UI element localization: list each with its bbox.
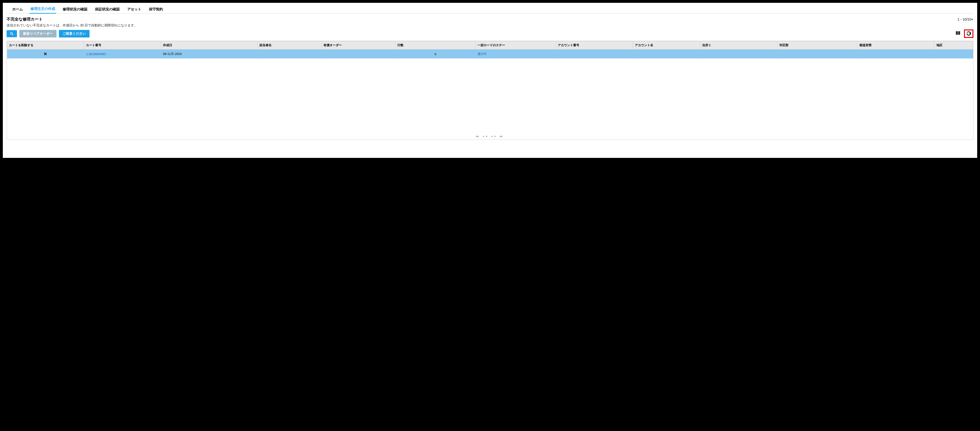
cell-city bbox=[777, 49, 858, 59]
app-window: ホーム 修理注文の作成 修理状況の確認 保証状況の確認 アセット 保守契約 不完… bbox=[3, 3, 977, 158]
col-header-addr1[interactable]: 住所１ bbox=[700, 41, 777, 49]
cart-table: カートを削除する カート番号 作成日 担当者名 有償オーダー 行数 一括ロードの… bbox=[7, 41, 973, 59]
cell-acctnm bbox=[633, 49, 700, 59]
search-button[interactable] bbox=[6, 30, 17, 37]
bulk-status-link[interactable]: 進行中 bbox=[477, 52, 487, 56]
col-header-contact[interactable]: 担当者名 bbox=[257, 41, 321, 49]
cell-bulk: 進行中 bbox=[476, 49, 556, 59]
col-header-bulk[interactable]: 一括ロードのステー bbox=[476, 41, 556, 49]
refresh-button-highlighted[interactable] bbox=[964, 29, 974, 38]
col-header-acctnm[interactable]: アカウント名 bbox=[633, 41, 700, 49]
col-header-cartno[interactable]: カート番号 bbox=[84, 41, 161, 49]
tab-repair-status[interactable]: 修理状況の確認 bbox=[62, 6, 88, 13]
cell-created: 08-11月-2024 bbox=[161, 49, 257, 59]
tab-service-contract[interactable]: 保守契約 bbox=[148, 6, 164, 13]
svg-rect-4 bbox=[959, 31, 960, 35]
svg-line-1 bbox=[12, 34, 13, 35]
new-repair-order-button[interactable]: 新規リペアオーダー bbox=[19, 30, 57, 37]
cell-addr1 bbox=[700, 49, 777, 59]
cell-contact bbox=[257, 49, 321, 59]
refresh-icon bbox=[966, 31, 971, 37]
tab-assets[interactable]: アセット bbox=[126, 6, 142, 13]
nav-tabs: ホーム 修理注文の作成 修理状況の確認 保証状況の確認 アセット 保守契約 bbox=[6, 4, 974, 14]
svg-rect-2 bbox=[956, 31, 957, 35]
col-header-lines[interactable]: 行数 bbox=[395, 41, 476, 49]
cell-paid bbox=[321, 49, 395, 59]
pager: ⏮ ◀◀ ▶▶ ⏭ bbox=[7, 133, 973, 140]
page-title: 不完全な修理カート bbox=[6, 16, 43, 22]
cell-cartno[interactable]: 1-2EOMGR9O bbox=[84, 49, 161, 59]
col-header-acctno[interactable]: アカウント番号 bbox=[556, 41, 633, 49]
please-note-button[interactable]: ご留意ください bbox=[59, 30, 89, 37]
svg-rect-3 bbox=[958, 31, 959, 35]
col-header-created[interactable]: 作成日 bbox=[161, 41, 257, 49]
table-scroll[interactable]: カートを削除する カート番号 作成日 担当者名 有償オーダー 行数 一括ロードの… bbox=[7, 41, 973, 133]
pager-prev-icon[interactable]: ◀◀ bbox=[483, 134, 489, 138]
cell-delete[interactable]: ✕ bbox=[7, 49, 84, 59]
table-row[interactable]: ✕ 1-2EOMGR9O 08-11月-2024 0 進行中 bbox=[7, 49, 973, 59]
col-header-pref[interactable]: 都道府県 bbox=[858, 41, 934, 49]
title-row: 不完全な修理カート 1 - 10/10+ bbox=[6, 16, 974, 22]
cart-table-container: カートを削除する カート番号 作成日 担当者名 有償オーダー 行数 一括ロードの… bbox=[6, 41, 974, 140]
cell-lines: 0 bbox=[395, 49, 476, 59]
col-header-delete[interactable]: カートを削除する bbox=[7, 41, 84, 49]
columns-icon bbox=[956, 30, 961, 37]
col-header-region[interactable]: 地区 bbox=[934, 41, 973, 49]
tab-warranty-status[interactable]: 保証状況の確認 bbox=[94, 6, 121, 13]
record-count: 1 - 10/10+ bbox=[958, 17, 974, 21]
pager-next-icon[interactable]: ▶▶ bbox=[491, 134, 497, 138]
cell-acctno bbox=[556, 49, 633, 59]
page-subtitle: 送信されていない不完全なカートは、作成日から 30 日で自動的に期限切れになりま… bbox=[6, 23, 974, 27]
cell-pref bbox=[858, 49, 934, 59]
columns-button[interactable] bbox=[955, 30, 962, 37]
tab-home[interactable]: ホーム bbox=[11, 6, 24, 13]
pager-first-icon[interactable]: ⏮ bbox=[476, 134, 480, 138]
pager-last-icon[interactable]: ⏭ bbox=[500, 134, 504, 138]
svg-point-0 bbox=[11, 32, 13, 34]
cart-link[interactable]: 1-2EOMGR9O bbox=[86, 52, 106, 56]
table-header-row: カートを削除する カート番号 作成日 担当者名 有償オーダー 行数 一括ロードの… bbox=[7, 41, 973, 49]
tab-create-repair[interactable]: 修理注文の作成 bbox=[29, 5, 56, 14]
action-bar: 新規リペアオーダー ご留意ください bbox=[6, 29, 974, 38]
col-header-paid[interactable]: 有償オーダー bbox=[321, 41, 395, 49]
close-icon[interactable]: ✕ bbox=[44, 51, 47, 57]
col-header-city[interactable]: 市区郡 bbox=[777, 41, 858, 49]
cell-region bbox=[934, 49, 973, 59]
search-icon bbox=[10, 32, 14, 36]
